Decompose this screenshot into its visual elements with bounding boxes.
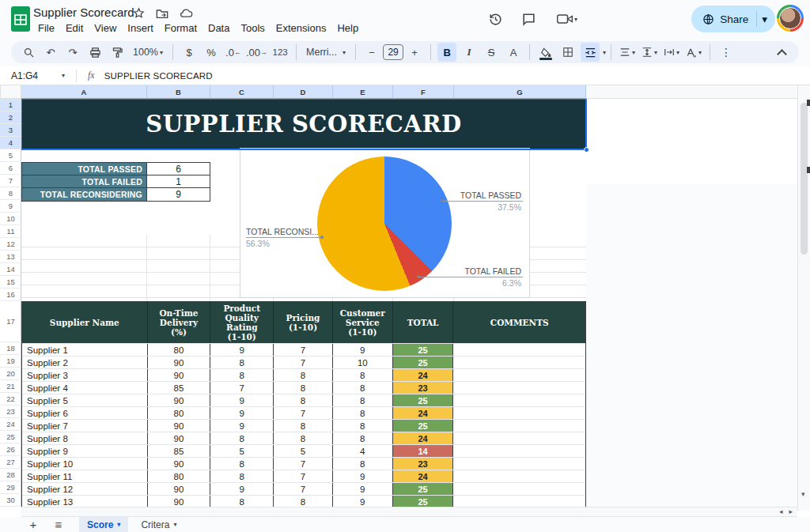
table-cell[interactable]: Supplier 9 <box>22 445 148 457</box>
horizontal-align-button[interactable]: ▾ <box>618 43 637 62</box>
table-cell[interactable] <box>453 357 585 368</box>
document-title[interactable]: Supplier Scorecard <box>33 6 134 19</box>
table-cell[interactable]: 7 <box>274 458 333 470</box>
tab-score-caret[interactable]: ▾ <box>117 521 120 528</box>
vertical-scrollbar-thumb[interactable] <box>801 103 808 255</box>
table-cell[interactable] <box>453 458 585 470</box>
table-cell[interactable]: Supplier 12 <box>22 483 148 495</box>
table-cell[interactable]: Supplier 6 <box>22 407 148 419</box>
scroll-right-arrow[interactable]: ▸ <box>789 507 793 515</box>
table-cell[interactable] <box>453 369 585 381</box>
video-call-icon[interactable]: ▾ <box>552 9 582 28</box>
increase-font-size-button[interactable]: + <box>405 43 424 62</box>
table-cell[interactable]: 14 <box>393 445 454 457</box>
table-cell[interactable]: 23 <box>393 458 454 470</box>
table-cell[interactable]: 25 <box>393 483 454 495</box>
table-cell[interactable]: 10 <box>333 357 393 368</box>
vertical-scrollbar[interactable]: ▾ <box>797 85 810 511</box>
row-header-23[interactable]: 23 <box>0 406 21 418</box>
italic-button[interactable]: I <box>460 43 479 62</box>
table-cell[interactable]: 9 <box>333 496 393 507</box>
column-header-B[interactable]: B <box>147 85 210 99</box>
table-header-cell[interactable]: TOTAL <box>393 302 454 343</box>
table-cell[interactable]: 8 <box>333 432 393 444</box>
table-cell[interactable]: 85 <box>148 382 211 394</box>
row-header-27[interactable]: 27 <box>0 456 21 469</box>
fill-color-button[interactable] <box>536 43 555 62</box>
table-cell[interactable]: 9 <box>210 394 274 406</box>
table-cell[interactable]: Supplier 1 <box>22 344 148 356</box>
decrease-font-size-button[interactable]: − <box>362 43 381 62</box>
table-cell[interactable]: 8 <box>333 458 393 470</box>
format-currency-button[interactable]: $ <box>180 43 199 62</box>
table-cell[interactable]: 25 <box>393 357 454 368</box>
table-cell[interactable]: 90 <box>148 496 211 507</box>
row-header-12[interactable]: 12 <box>0 238 21 251</box>
move-folder-icon[interactable] <box>156 8 168 19</box>
font-name-selector[interactable]: Merri...▾ <box>303 43 349 62</box>
table-cell[interactable]: 8 <box>333 394 393 406</box>
table-cell[interactable]: 8 <box>210 357 274 368</box>
table-cell[interactable]: 4 <box>333 445 393 457</box>
text-rotation-button[interactable]: ▾ <box>684 43 703 62</box>
all-sheets-button[interactable]: ≡ <box>49 518 68 532</box>
row-header-20[interactable]: 20 <box>0 368 21 380</box>
zoom-control[interactable]: 100%▾ <box>130 43 166 62</box>
table-cell[interactable]: 90 <box>148 357 211 368</box>
version-history-icon[interactable] <box>486 9 505 28</box>
summary-label[interactable]: TOTAL RECONSIDERING <box>22 188 147 201</box>
column-header-D[interactable]: D <box>274 85 333 99</box>
table-cell[interactable]: 9 <box>333 483 393 495</box>
table-cell[interactable]: 5 <box>274 445 333 457</box>
table-cell[interactable]: 9 <box>210 344 274 356</box>
text-color-button[interactable]: A <box>504 43 523 62</box>
redo-button[interactable]: ↷ <box>63 43 82 62</box>
row-header-6[interactable]: 6 <box>0 162 21 175</box>
table-cell[interactable]: 8 <box>210 470 274 482</box>
table-cell[interactable]: 9 <box>333 470 393 482</box>
table-cell[interactable] <box>453 483 585 495</box>
row-header-7[interactable]: 7 <box>0 175 21 187</box>
tab-critera-caret[interactable]: ▾ <box>173 521 176 528</box>
row-header-10[interactable]: 10 <box>0 213 21 225</box>
column-header-F[interactable]: F <box>393 85 454 99</box>
table-cell[interactable]: 8 <box>210 458 274 470</box>
row-header-22[interactable]: 22 <box>0 393 21 406</box>
menu-tools[interactable]: Tools <box>235 21 270 36</box>
scroll-left-arrow[interactable]: ◂ <box>779 507 783 515</box>
table-cell[interactable]: Supplier 3 <box>22 369 148 381</box>
font-size-input[interactable]: 29 <box>383 44 403 60</box>
search-icon[interactable] <box>19 43 38 62</box>
table-cell[interactable]: 8 <box>210 369 274 381</box>
vertical-align-button[interactable]: ▾ <box>640 43 659 62</box>
star-icon[interactable] <box>133 7 145 19</box>
row-header-17[interactable]: 17 <box>0 301 21 342</box>
menu-edit[interactable]: Edit <box>60 21 89 36</box>
row-header-14[interactable]: 14 <box>0 263 21 276</box>
table-cell[interactable] <box>453 344 585 356</box>
table-cell[interactable]: 24 <box>393 432 454 444</box>
table-cell[interactable]: 8 <box>274 496 333 507</box>
table-cell[interactable] <box>453 407 585 419</box>
text-wrap-button[interactable]: ▾ <box>662 43 681 62</box>
table-cell[interactable]: Supplier 5 <box>22 394 148 406</box>
table-cell[interactable] <box>453 470 585 482</box>
table-cell[interactable]: 90 <box>148 458 211 470</box>
table-cell[interactable]: 25 <box>393 420 454 432</box>
menu-format[interactable]: Format <box>159 21 202 36</box>
paint-format-button[interactable] <box>108 43 127 62</box>
row-header-1[interactable]: 1 <box>0 99 21 111</box>
row-header-29[interactable]: 29 <box>0 481 21 494</box>
table-cell[interactable]: 90 <box>148 394 211 406</box>
table-cell[interactable] <box>453 382 585 394</box>
more-formats-button[interactable]: 123 <box>271 43 290 62</box>
menu-data[interactable]: Data <box>202 21 235 36</box>
table-cell[interactable]: 9 <box>210 407 274 419</box>
table-cell[interactable]: 25 <box>393 496 454 507</box>
table-cell[interactable]: 25 <box>393 344 454 356</box>
table-cell[interactable]: 8 <box>274 369 333 381</box>
table-cell[interactable]: 90 <box>148 369 211 381</box>
tab-score[interactable]: Score▾ <box>79 517 128 532</box>
strikethrough-button[interactable]: S <box>482 43 501 62</box>
row-header-2[interactable]: 2 <box>0 111 21 124</box>
